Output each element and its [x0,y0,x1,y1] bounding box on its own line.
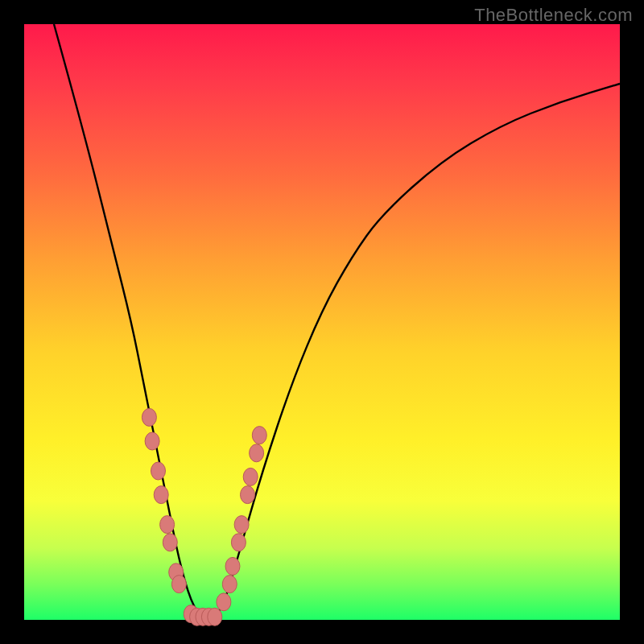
data-marker [142,408,156,426]
outer-frame: TheBottleneck.com [0,0,644,644]
watermark-text: TheBottleneck.com [474,5,633,26]
data-marker [234,516,249,534]
data-marker [145,432,159,450]
data-markers [142,408,266,625]
chart-svg [24,24,620,620]
data-marker [163,534,177,551]
data-marker [171,576,186,593]
data-marker [225,557,240,575]
data-marker [243,468,258,485]
data-marker [241,486,255,504]
curve-line [54,24,620,620]
data-marker [160,516,175,534]
data-marker [231,534,246,551]
data-marker [252,427,266,444]
data-marker [151,462,166,480]
data-marker [217,593,231,611]
data-marker [208,608,222,625]
data-marker [250,444,264,462]
bottleneck-curve-path [54,24,620,620]
plot-area [24,24,620,620]
data-marker [222,576,237,593]
data-marker [154,486,168,504]
